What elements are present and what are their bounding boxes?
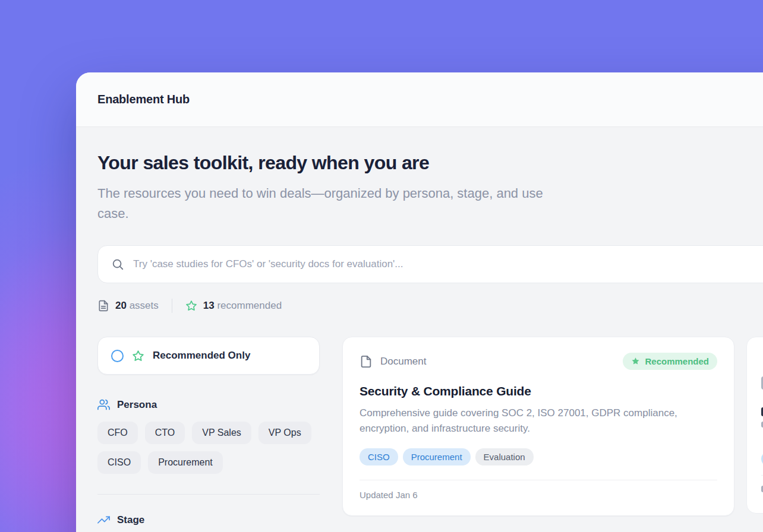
- asset-updated: Updated Jan 6: [360, 480, 717, 500]
- asset-tag-procurement: Procurement: [403, 448, 471, 466]
- star-icon: [132, 350, 144, 362]
- asset-card-partial[interactable]: [746, 337, 763, 514]
- recommended-only-radio[interactable]: [111, 350, 124, 362]
- search-input[interactable]: [133, 258, 763, 270]
- stage-label: Stage: [117, 514, 144, 526]
- persona-section-header: Persona: [97, 398, 320, 411]
- search-bar: [97, 245, 763, 283]
- file-text-icon: [97, 300, 109, 312]
- persona-chip-vp-sales[interactable]: VP Sales: [192, 422, 251, 444]
- app-title: Enablement Hub: [97, 93, 190, 106]
- recommended-badge: Recommended: [623, 353, 717, 370]
- stage-section-header: Stage: [97, 514, 320, 526]
- persona-chip-cto[interactable]: CTO: [145, 422, 185, 444]
- recommended-only-label: Recommended Only: [153, 350, 250, 362]
- stats-divider: [172, 299, 172, 313]
- assets-count-stat: 20 assets: [97, 300, 159, 312]
- assets-count-text: 20 assets: [115, 300, 159, 312]
- sidebar-divider: [97, 494, 320, 495]
- persona-chip-vp-ops[interactable]: VP Ops: [258, 422, 311, 444]
- asset-type-label: Document: [380, 356, 426, 368]
- recommended-only-filter[interactable]: Recommended Only: [97, 337, 320, 375]
- persona-label: Persona: [117, 399, 157, 411]
- asset-card-header: Document Recommended: [360, 353, 717, 370]
- app-window: Enablement Hub Your sales toolkit, ready…: [76, 72, 763, 532]
- persona-chip-cfo[interactable]: CFO: [97, 422, 138, 444]
- persona-chip-procurement[interactable]: Procurement: [148, 451, 223, 474]
- trending-up-icon: [97, 514, 110, 526]
- app-header: Enablement Hub: [76, 72, 763, 127]
- persona-chips: CFO CTO VP Sales VP Ops CISO Procurement: [97, 422, 320, 474]
- users-icon: [97, 398, 110, 411]
- recommended-count-stat: 13 recommended: [185, 300, 282, 312]
- filters-sidebar: Recommended Only Persona CFO: [97, 337, 320, 526]
- search-icon: [111, 258, 124, 271]
- asset-type: Document: [360, 355, 426, 368]
- asset-card-security-compliance-guide[interactable]: Document Recommended Security & Complian…: [342, 337, 734, 516]
- asset-tag-ciso: CISO: [360, 448, 398, 466]
- assets-grid: Document Recommended Security & Complian…: [342, 337, 763, 516]
- recommended-badge-label: Recommended: [645, 356, 709, 366]
- document-icon: [360, 355, 373, 368]
- app-body: Your sales toolkit, ready when you are T…: [76, 127, 763, 526]
- asset-tag-evaluation: Evaluation: [475, 448, 534, 466]
- page-title: Your sales toolkit, ready when you are: [97, 152, 763, 174]
- asset-description: Comprehensive guide covering SOC 2, ISO …: [360, 406, 704, 436]
- star-icon: [185, 300, 197, 312]
- recommended-count-text: 13 recommended: [203, 300, 282, 312]
- page-subtitle: The resources you need to win deals—orga…: [97, 183, 561, 224]
- content-row: Recommended Only Persona CFO: [97, 337, 763, 526]
- stats-row: 20 assets 13 recommended: [97, 299, 763, 313]
- star-filled-icon: [631, 357, 640, 366]
- persona-chip-ciso[interactable]: CISO: [97, 451, 141, 474]
- asset-title: Security & Compliance Guide: [360, 384, 717, 398]
- asset-tags: CISO Procurement Evaluation: [360, 448, 717, 466]
